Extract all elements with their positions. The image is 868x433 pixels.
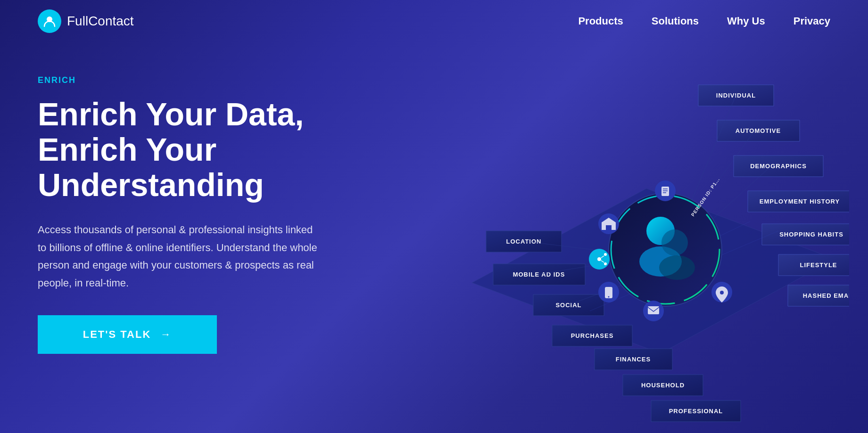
logo-text: FullContact	[67, 14, 134, 29]
hero-description: Access thousands of personal & professio…	[38, 221, 321, 292]
svg-text:PROFESSIONAL: PROFESSIONAL	[669, 408, 723, 415]
logo-icon	[38, 9, 61, 33]
svg-point-66	[720, 291, 724, 294]
svg-point-56	[604, 253, 607, 256]
cta-arrow: →	[160, 328, 172, 341]
cta-button[interactable]: LET'S TALK →	[38, 315, 217, 354]
header: FullContact Products Solutions Why Us Pr…	[0, 0, 868, 42]
cta-label: LET'S TALK	[83, 328, 151, 341]
section-label: ENRICH	[38, 75, 377, 85]
svg-point-57	[604, 262, 607, 265]
svg-text:FINANCES: FINANCES	[616, 356, 651, 363]
svg-text:DEMOGRAPHICS: DEMOGRAPHICS	[750, 163, 807, 170]
svg-text:SOCIAL: SOCIAL	[555, 302, 581, 309]
svg-point-62	[608, 296, 610, 298]
nav-item-privacy[interactable]: Privacy	[794, 15, 830, 27]
main-content: ENRICH Enrich Your Data, Enrich Your Und…	[0, 42, 868, 433]
logo[interactable]: FullContact	[38, 9, 134, 33]
svg-point-43	[661, 229, 688, 256]
logo-bold: Full	[67, 14, 88, 28]
headline-line3: Understanding	[38, 167, 264, 203]
svg-text:SHOPPING HABITS: SHOPPING HABITS	[779, 231, 843, 238]
headline-line2: Enrich Your	[38, 131, 216, 167]
svg-text:MOBILE AD IDS: MOBILE AD IDS	[513, 271, 565, 278]
svg-rect-53	[606, 225, 612, 230]
logo-light: Contact	[88, 14, 134, 28]
svg-point-44	[659, 255, 695, 280]
isometric-diagram: INDIVIDUAL AUTOMOTIVE DEMOGRAPHICS EMPLO…	[425, 47, 849, 433]
nav-item-why-us[interactable]: Why Us	[727, 15, 765, 27]
nav-item-solutions[interactable]: Solutions	[652, 15, 699, 27]
right-panel: INDIVIDUAL AUTOMOTIVE DEMOGRAPHICS EMPLO…	[377, 61, 830, 433]
headline-line1: Enrich Your Data,	[38, 96, 304, 132]
main-nav: Products Solutions Why Us Privacy	[578, 15, 830, 27]
nav-item-products[interactable]: Products	[578, 15, 623, 27]
svg-text:PURCHASES: PURCHASES	[571, 332, 614, 339]
svg-point-55	[597, 257, 601, 261]
headline: Enrich Your Data, Enrich Your Understand…	[38, 97, 377, 202]
svg-text:EMPLOYMENT HISTORY: EMPLOYMENT HISTORY	[760, 198, 840, 205]
left-panel: ENRICH Enrich Your Data, Enrich Your Und…	[38, 61, 377, 354]
svg-rect-64	[648, 306, 659, 314]
svg-rect-47	[661, 187, 669, 196]
svg-text:LIFESTYLE: LIFESTYLE	[800, 261, 837, 269]
svg-text:AUTOMOTIVE: AUTOMOTIVE	[736, 127, 781, 134]
svg-text:HASHED EMAILS: HASHED EMAILS	[803, 292, 849, 299]
svg-text:HOUSEHOLD: HOUSEHOLD	[641, 382, 685, 389]
